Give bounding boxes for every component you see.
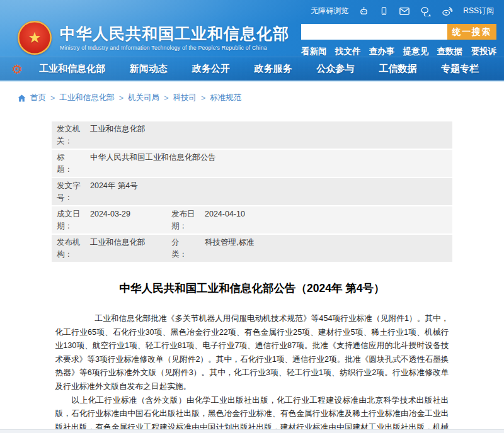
quick-link-services[interactable]: 查办事: [369, 46, 395, 57]
unified-search-button[interactable]: 统一搜索: [447, 24, 496, 40]
breadcrumb-separator: >: [119, 94, 123, 103]
nav-item-special-topics[interactable]: 专题专栏: [441, 63, 479, 75]
home-icon: [18, 94, 26, 102]
meta-value: 中华人民共和国工业和信息化部公告: [84, 152, 446, 164]
crumb-departments[interactable]: 机关司局: [128, 93, 159, 103]
meta-label: 发布机构：: [57, 237, 84, 260]
meta-row-document-number: 发文字号： 2024年 第4号: [52, 178, 452, 205]
main-nav: 工业和信息化部 新闻动态 政务公开 政务服务 公众参与 工信数据 专题专栏: [0, 57, 504, 81]
quick-link-data[interactable]: 查数据: [437, 46, 463, 57]
nav-item-gov-disclosure[interactable]: 政务公开: [192, 63, 230, 75]
brand-logo[interactable]: 中华人民共和国工业和信息化部 Ministry of Industry and …: [18, 21, 289, 55]
miit-gear-icon: [11, 63, 23, 76]
meta-row-title: 标 题： 中华人民共和国工业和信息化部公告: [52, 150, 452, 177]
quick-links: 看新闻 找文件 查办事 提意见 查数据 要投诉: [301, 46, 496, 57]
meta-value: 科技管理,标准: [199, 237, 446, 249]
breadcrumb-separator: >: [164, 94, 168, 103]
nav-item-gov-services[interactable]: 政务服务: [254, 63, 292, 75]
national-emblem-icon: [18, 21, 52, 55]
weibo-icon[interactable]: [442, 6, 453, 16]
body-paragraph: 以上化工行业标准（含外文版）由化学工业出版社出版，化工行业工程建设标准由北京科学…: [55, 394, 449, 433]
brand-text: 中华人民共和国工业和信息化部 Ministry of Industry and …: [60, 25, 289, 52]
meta-label: 成文日期：: [57, 208, 84, 232]
crumb-home[interactable]: 首页: [30, 93, 46, 103]
breadcrumb-separator: >: [201, 94, 205, 103]
meta-label: 发文字号：: [57, 180, 84, 203]
meta-value: 2024-04-10: [199, 208, 446, 220]
meta-row-issuing-agency: 发文机关： 工业和信息化部: [52, 121, 452, 149]
meta-label: 发布日期：: [171, 208, 199, 232]
nav-item-industry-data[interactable]: 工信数据: [379, 63, 416, 75]
document-body: 工业和信息化部批准《多关节机器人用伺服电动机技术规范》等454项行业标准（见附件…: [55, 312, 449, 433]
crumb-miit[interactable]: 工业和信息化部: [59, 93, 115, 103]
crumb-standards[interactable]: 标准规范: [210, 93, 241, 103]
site-subtitle-en: Ministry of Industry and Information Tec…: [60, 45, 289, 51]
mobile-icon[interactable]: [379, 6, 389, 16]
breadcrumb-separator: >: [50, 94, 55, 103]
quick-link-documents[interactable]: 找文件: [335, 46, 361, 57]
robot-icon[interactable]: [358, 6, 369, 16]
search-area: 统一搜索 看新闻 找文件 查办事 提意见 查数据 要投诉: [301, 24, 496, 57]
breadcrumb: 首页 > 工业和信息化部 > 机关司局 > 科技司 > 标准规范: [18, 93, 504, 103]
utility-bar: 无障碍浏览: [311, 6, 494, 16]
site-header: 无障碍浏览: [0, 0, 504, 82]
nav-item-miit-home[interactable]: 工业和信息化部: [39, 63, 105, 75]
accessibility-link[interactable]: 无障碍浏览: [311, 6, 348, 16]
site-title: 中华人民共和国工业和信息化部: [60, 25, 289, 43]
crumb-science-tech-dept[interactable]: 科技司: [173, 93, 197, 103]
meta-value: 工业和信息化部: [84, 123, 446, 135]
wechat-icon[interactable]: [420, 6, 432, 16]
meta-label: 分 类：: [171, 237, 199, 260]
meta-label: 标 题：: [57, 152, 84, 175]
meta-value: 2024-03-29: [84, 208, 171, 220]
rss-link[interactable]: RSS订阅: [463, 6, 494, 16]
document-title: 中华人民共和国工业和信息化部公告（2024年 第4号）: [0, 281, 504, 296]
meta-row-publisher-category: 发布机构： 工业和信息化部 分 类： 科技管理,标准: [52, 235, 452, 262]
nav-item-news[interactable]: 新闻动态: [130, 63, 168, 75]
body-paragraph: 工业和信息化部批准《多关节机器人用伺服电动机技术规范》等454项行业标准（见附件…: [55, 312, 449, 394]
footer-edge: [0, 429, 504, 433]
meta-label: 发文机关：: [57, 123, 84, 147]
quick-link-complaints[interactable]: 要投诉: [471, 46, 496, 57]
meta-value: 2024年 第4号: [84, 180, 446, 192]
mail-icon[interactable]: [399, 6, 410, 16]
meta-row-dates: 成文日期： 2024-03-29 发布日期： 2024-04-10: [52, 206, 452, 233]
quick-link-feedback[interactable]: 提意见: [403, 46, 429, 57]
search-input[interactable]: [301, 24, 447, 40]
quick-link-news[interactable]: 看新闻: [301, 46, 327, 57]
document-meta-table: 发文机关： 工业和信息化部 标 题： 中华人民共和国工业和信息化部公告 发文字号…: [52, 121, 452, 262]
page: 无障碍浏览: [0, 0, 504, 433]
nav-item-public-participation[interactable]: 公众参与: [316, 63, 354, 75]
meta-value: 工业和信息化部: [84, 237, 171, 249]
